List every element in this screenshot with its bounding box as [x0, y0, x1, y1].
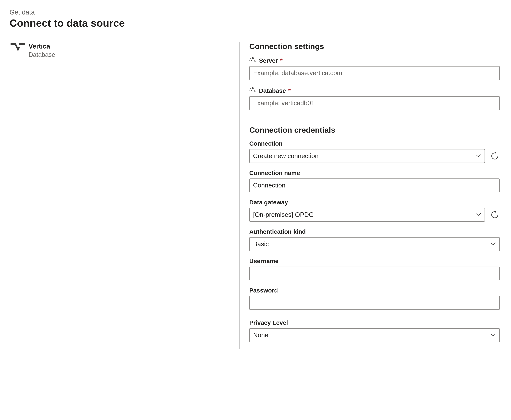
database-label: Database — [259, 87, 286, 94]
privacy-level-select-value: None — [253, 331, 268, 339]
connection-select[interactable]: Create new connection — [249, 149, 485, 163]
required-asterisk: * — [280, 57, 283, 64]
refresh-icon — [491, 210, 499, 219]
vertica-icon — [9, 43, 29, 53]
refresh-connection-button[interactable] — [490, 151, 500, 161]
refresh-icon — [491, 152, 499, 160]
page-title: Connect to data source — [9, 17, 502, 29]
connection-settings-heading: Connection settings — [249, 42, 500, 51]
privacy-level-label: Privacy Level — [249, 319, 288, 326]
data-gateway-select-value: [On-premises] OPDG — [253, 211, 314, 218]
connection-label: Connection — [249, 140, 282, 147]
text-type-icon: A B C — [249, 87, 257, 93]
server-input[interactable] — [249, 66, 500, 80]
refresh-gateway-button[interactable] — [490, 210, 500, 220]
privacy-level-select[interactable]: None — [249, 328, 500, 342]
connector-category: Database — [29, 51, 55, 58]
svg-text:C: C — [254, 59, 256, 62]
data-gateway-select[interactable]: [On-premises] OPDG — [249, 208, 485, 222]
username-input[interactable] — [249, 267, 500, 280]
database-input[interactable] — [249, 96, 500, 110]
svg-text:B: B — [252, 87, 254, 90]
auth-kind-label: Authentication kind — [249, 228, 306, 235]
server-label: Server — [259, 57, 278, 64]
auth-kind-select-value: Basic — [253, 240, 269, 248]
connector-name: Vertica — [29, 43, 55, 50]
password-input[interactable] — [249, 296, 500, 310]
svg-text:A: A — [249, 87, 252, 91]
password-label: Password — [249, 287, 278, 294]
connection-select-value: Create new connection — [253, 152, 318, 160]
connection-name-label: Connection name — [249, 170, 300, 176]
breadcrumb: Get data — [9, 9, 502, 16]
connection-credentials-heading: Connection credentials — [249, 126, 500, 135]
svg-text:C: C — [254, 89, 256, 92]
svg-text:B: B — [252, 57, 254, 60]
data-gateway-label: Data gateway — [249, 199, 288, 206]
auth-kind-select[interactable]: Basic — [249, 237, 500, 251]
username-label: Username — [249, 258, 278, 264]
connection-name-input[interactable] — [249, 179, 500, 192]
svg-text:A: A — [249, 57, 252, 61]
text-type-icon: A B C — [249, 57, 257, 63]
required-asterisk: * — [288, 87, 291, 94]
